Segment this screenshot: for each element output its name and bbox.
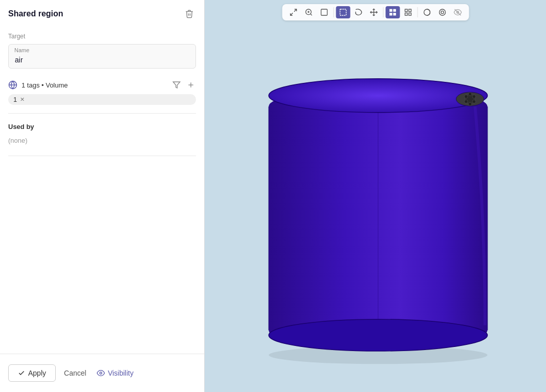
visibility-toggle-button[interactable] — [450, 6, 465, 18]
svg-rect-16 — [389, 13, 392, 15]
svg-rect-20 — [405, 13, 407, 15]
svg-line-7 — [310, 14, 312, 15]
toolbar — [282, 4, 469, 20]
svg-marker-2 — [173, 82, 180, 88]
zoom-fit-button[interactable] — [286, 6, 300, 18]
scene-container[interactable] — [205, 0, 546, 392]
svg-point-36 — [472, 95, 475, 98]
zoom-box-button[interactable] — [317, 6, 331, 18]
left-panel: Shared region Target Name 1 tags • Volum… — [0, 0, 205, 392]
eye-icon — [97, 369, 105, 377]
globe-icon — [8, 80, 17, 90]
tag-chip-remove[interactable]: ✕ — [20, 96, 25, 103]
panel-title: Shared region — [8, 9, 63, 18]
viewport — [205, 0, 546, 392]
used-by-section: Used by (none) — [0, 116, 204, 154]
select-box-button[interactable] — [336, 6, 350, 18]
visibility-label: Visibility — [108, 369, 134, 377]
svg-rect-11 — [340, 9, 346, 15]
visibility-button[interactable]: Visibility — [95, 365, 136, 381]
view-solid-button[interactable] — [385, 6, 400, 18]
name-label: Name — [14, 47, 29, 53]
add-tag-button[interactable] — [186, 80, 196, 90]
svg-point-38 — [472, 100, 475, 103]
transform-button[interactable] — [366, 6, 381, 18]
svg-point-23 — [439, 9, 445, 15]
tag-chip-value: 1 — [13, 96, 17, 103]
cancel-label: Cancel — [64, 369, 86, 377]
cancel-button[interactable]: Cancel — [62, 365, 89, 381]
svg-point-37 — [464, 100, 468, 103]
svg-point-39 — [468, 92, 472, 96]
filter-button[interactable] — [171, 80, 182, 90]
svg-rect-17 — [393, 13, 396, 15]
used-by-label: Used by — [8, 123, 196, 130]
tags-info: 1 tags • Volume — [21, 81, 167, 89]
used-by-none: (none) — [8, 136, 196, 149]
name-input[interactable] — [8, 44, 196, 69]
check-icon — [18, 369, 25, 377]
toolbar-sep-1 — [333, 7, 334, 17]
divider-2 — [8, 156, 196, 156]
svg-rect-14 — [389, 9, 392, 12]
svg-point-5 — [100, 372, 102, 374]
panel-header: Shared region — [0, 0, 204, 27]
divider-1 — [8, 113, 196, 114]
tags-row: 1 tags • Volume — [0, 75, 204, 94]
zoom-in-button[interactable] — [301, 6, 316, 18]
apply-label: Apply — [28, 369, 46, 377]
toolbar-sep-2 — [383, 7, 383, 17]
name-field-wrapper: Name — [8, 44, 196, 69]
target-label: Target — [8, 33, 196, 40]
svg-point-32 — [269, 79, 487, 113]
svg-rect-19 — [408, 9, 411, 12]
view-mode1-button[interactable] — [420, 6, 434, 18]
svg-rect-10 — [321, 9, 327, 15]
svg-rect-21 — [408, 13, 411, 15]
svg-point-24 — [441, 11, 443, 13]
apply-button[interactable]: Apply — [8, 364, 56, 382]
tag-chip: 1 ✕ — [8, 94, 196, 105]
svg-rect-15 — [393, 9, 396, 12]
cylinder-3d — [227, 22, 524, 370]
view-wireframe-button[interactable] — [401, 6, 415, 18]
delete-button[interactable] — [183, 7, 196, 20]
toolbar-sep-3 — [417, 7, 418, 17]
svg-point-35 — [464, 95, 468, 98]
svg-point-40 — [468, 102, 472, 106]
bottom-actions: Apply Cancel Visibility — [0, 354, 204, 392]
select-lasso-button[interactable] — [351, 6, 365, 18]
svg-point-31 — [269, 319, 487, 351]
svg-rect-18 — [405, 9, 407, 12]
view-mode2-button[interactable] — [435, 6, 449, 18]
target-section: Target Name — [0, 27, 204, 75]
